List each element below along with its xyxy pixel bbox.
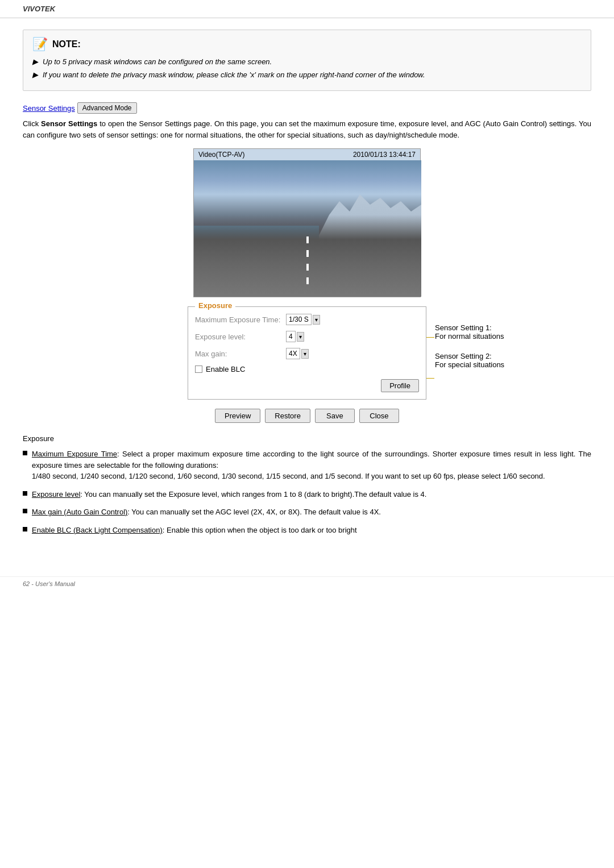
note-item-1: ▶ Up to 5 privacy mask windows can be co… [32, 57, 582, 66]
sensor-settings-header: Sensor Settings Advanced Mode [23, 102, 591, 114]
max-gain-label: Max gain: [195, 350, 286, 358]
exposure-level-value[interactable]: 4 [286, 331, 296, 342]
max-exposure-control[interactable]: 1/30 S ▾ [286, 314, 320, 325]
video-image [194, 160, 421, 297]
sensor-setting-1-line2: For normal situations [435, 332, 546, 340]
exposure-level-arrow[interactable]: ▾ [297, 332, 304, 342]
video-topbar: Video(TCP-AV) 2010/01/13 13:44:17 [194, 149, 420, 160]
bullet-item-4: Enable BLC (Back Light Compensation): En… [23, 525, 591, 536]
note-icon: 📝 [32, 37, 48, 52]
blc-label: Enable BLC [206, 365, 245, 373]
bullet-item-3: Max gain (Auto Gain Control): You can ma… [23, 506, 591, 518]
bullet-text-2: Exposure level: You can manually set the… [32, 489, 591, 500]
brand-label: VIVOTEK [23, 5, 55, 13]
save-button[interactable]: Save [315, 409, 355, 423]
note-arrow-1: ▶ [32, 57, 38, 66]
sensor-settings-link[interactable]: Sensor Settings [23, 104, 75, 113]
profile-button[interactable]: Profile [381, 379, 419, 392]
close-button[interactable]: Close [359, 409, 399, 423]
max-gain-row: Max gain: 4X ▾ [195, 348, 419, 359]
diagram-container: Video(TCP-AV) 2010/01/13 13:44:17 Exposu… [108, 148, 506, 423]
exposure-section-title: Exposure [23, 434, 591, 443]
sensor-setting-2-line2: For special situations [435, 360, 546, 369]
max-gain-arrow[interactable]: ▾ [301, 349, 309, 359]
advanced-mode-button[interactable]: Advanced Mode [77, 102, 137, 114]
video-title: Video(TCP-AV) [198, 151, 245, 159]
preview-button[interactable]: Preview [215, 409, 260, 423]
bullet-label-2: Exposure level [32, 490, 80, 499]
road-lines [306, 236, 309, 291]
video-panel: Video(TCP-AV) 2010/01/13 13:44:17 [193, 148, 421, 297]
sensor-setting-2-line1: Sensor Setting 2: [435, 352, 546, 360]
note-header: 📝 NOTE: [32, 37, 582, 52]
exposure-section: Exposure Maximum Exposure Time: Select a… [23, 434, 591, 535]
restore-button[interactable]: Restore [265, 409, 310, 423]
max-exposure-label: Maximum Exposure Time: [195, 315, 286, 324]
note-arrow-2: ▶ [32, 70, 38, 79]
exposure-panel: Exposure Maximum Exposure Time: 1/30 S ▾… [188, 306, 426, 400]
sensor-labels: Sensor Setting 1: For normal situations … [435, 323, 546, 369]
profile-row: Profile [195, 379, 419, 392]
connector-line-1 [426, 337, 434, 338]
exposure-level-control[interactable]: 4 ▾ [286, 331, 304, 342]
bullet-item-1: Maximum Exposure Time: Select a proper m… [23, 448, 591, 482]
enable-blc-row: Enable BLC [195, 365, 419, 373]
bullet-icon-1 [23, 451, 27, 455]
max-gain-control[interactable]: 4X ▾ [286, 348, 309, 359]
bullet-icon-4 [23, 527, 27, 531]
sensor-setting-2-block: Sensor Setting 2: For special situations [435, 352, 546, 369]
exposure-legend: Exposure [195, 301, 235, 310]
page-header: VIVOTEK [0, 0, 614, 18]
exposure-level-row: Exposure level: 4 ▾ [195, 331, 419, 342]
bottom-buttons: Preview Restore Save Close [108, 409, 506, 423]
bullet-text-1: Maximum Exposure Time: Select a proper m… [32, 448, 591, 482]
connector-line-2 [426, 378, 434, 379]
page-content: 📝 NOTE: ▶ Up to 5 privacy mask windows c… [0, 18, 614, 565]
bullet-label-3: Max gain (Auto Gain Control) [32, 508, 127, 516]
bullet-icon-3 [23, 509, 27, 513]
note-item-2: ▶ If you want to delete the privacy mask… [32, 70, 582, 79]
bullet-label-4: Enable BLC (Back Light Compensation) [32, 526, 163, 534]
sensor-setting-1-line1: Sensor Setting 1: [435, 323, 546, 332]
video-timestamp: 2010/01/13 13:44:17 [353, 151, 416, 159]
footer-text: 62 - User's Manual [23, 580, 75, 587]
sensor-setting-1-block: Sensor Setting 1: For normal situations [435, 323, 546, 340]
exposure-wrapper: Exposure Maximum Exposure Time: 1/30 S ▾… [188, 306, 426, 400]
blc-checkbox[interactable] [195, 366, 202, 373]
sensor-settings-description: Click Sensor Settings to open the Sensor… [23, 118, 591, 140]
max-exposure-value[interactable]: 1/30 S [286, 314, 312, 325]
max-exposure-arrow[interactable]: ▾ [313, 315, 320, 325]
bullet-text-3: Max gain (Auto Gain Control): You can ma… [32, 506, 591, 518]
note-box: 📝 NOTE: ▶ Up to 5 privacy mask windows c… [23, 30, 591, 91]
exposure-level-label: Exposure level: [195, 333, 286, 341]
page-footer: 62 - User's Manual [0, 576, 614, 591]
note-text-1: Up to 5 privacy mask windows can be conf… [43, 57, 272, 66]
bullet-item-2: Exposure level: You can manually set the… [23, 489, 591, 500]
note-title: NOTE: [52, 39, 81, 49]
max-gain-value[interactable]: 4X [286, 348, 300, 359]
bullet-label-1: Maximum Exposure Time [32, 450, 117, 458]
bullet-icon-2 [23, 491, 27, 496]
note-text-2: If you want to delete the privacy mask w… [43, 70, 425, 79]
bullet-text-4: Enable BLC (Back Light Compensation): En… [32, 525, 591, 536]
max-exposure-row: Maximum Exposure Time: 1/30 S ▾ [195, 314, 419, 325]
